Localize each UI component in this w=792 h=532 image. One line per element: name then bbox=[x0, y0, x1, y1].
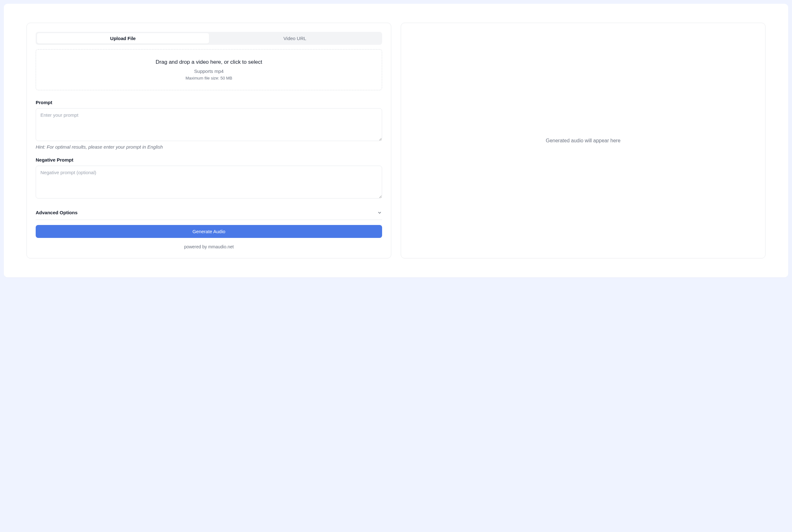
dropzone-maxsize: Maximum file size: 50 MB bbox=[42, 76, 375, 80]
tab-upload-file[interactable]: Upload File bbox=[37, 33, 209, 43]
negative-prompt-input[interactable] bbox=[36, 166, 382, 198]
main-card: Upload File Video URL Drag and drop a vi… bbox=[4, 4, 788, 277]
input-tabs: Upload File Video URL bbox=[36, 32, 382, 45]
prompt-hint: Hint: For optimal results, please enter … bbox=[36, 144, 382, 150]
dropzone-title: Drag and drop a video here, or click to … bbox=[42, 59, 375, 65]
generate-audio-button[interactable]: Generate Audio bbox=[36, 225, 382, 238]
chevron-down-icon bbox=[377, 210, 382, 215]
negative-prompt-label: Negative Prompt bbox=[36, 157, 382, 163]
video-dropzone[interactable]: Drag and drop a video here, or click to … bbox=[36, 49, 382, 90]
dropzone-supports: Supports mp4 bbox=[42, 69, 375, 74]
output-panel: Generated audio will appear here bbox=[401, 23, 766, 259]
output-placeholder-text: Generated audio will appear here bbox=[546, 138, 621, 144]
input-panel: Upload File Video URL Drag and drop a vi… bbox=[26, 23, 391, 259]
powered-by-text: powered by mmaudio.net bbox=[36, 244, 382, 249]
prompt-input[interactable] bbox=[36, 108, 382, 141]
advanced-options-toggle[interactable]: Advanced Options bbox=[36, 210, 382, 220]
prompt-label: Prompt bbox=[36, 100, 382, 105]
tab-video-url[interactable]: Video URL bbox=[209, 33, 381, 43]
advanced-options-label: Advanced Options bbox=[36, 210, 78, 215]
